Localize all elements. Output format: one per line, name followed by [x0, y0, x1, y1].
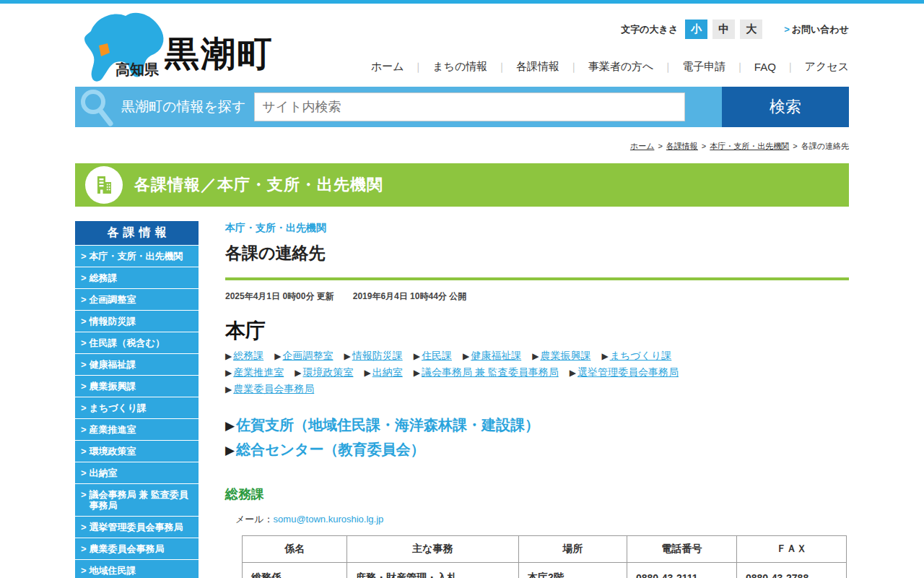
dept-link[interactable]: 情報防災課 — [352, 350, 403, 361]
chevron-right-icon: > — [784, 24, 790, 35]
breadcrumb-link[interactable]: ホーム — [630, 142, 655, 150]
table-cell: 総務係 — [243, 563, 347, 578]
sidebar-item[interactable]: >まちづくり課 — [75, 397, 199, 418]
table-header-cell: ＦＡＸ — [737, 536, 847, 563]
sidebar-item[interactable]: >住民課（税含む） — [75, 332, 199, 353]
search-input[interactable] — [254, 92, 685, 121]
dept-link-item: ▶産業推進室 — [225, 366, 284, 378]
sidebar-item[interactable]: >本庁・支所・出先機関 — [75, 245, 199, 267]
dept-link-item: ▶農業委員会事務局 — [225, 383, 314, 394]
breadcrumb-link[interactable]: 本庁・支所・出先機関 — [710, 142, 789, 150]
sidebar-item[interactable]: >地域住民課 — [75, 559, 199, 578]
table-cell: 本庁2階 — [519, 563, 627, 578]
font-size-button-中[interactable]: 中 — [712, 20, 735, 39]
nav-item-1[interactable]: ホーム — [362, 60, 414, 74]
title-divider — [225, 277, 849, 280]
table-header-cell: 電話番号 — [627, 536, 737, 563]
branch-link-line: ▶佐賀支所（地域住民課・海洋森林課・建設課） — [225, 413, 849, 438]
breadcrumb-current: 各課の連絡先 — [801, 142, 849, 150]
honcho-heading: 本庁 — [225, 317, 849, 345]
search-button[interactable]: 検索 — [722, 87, 849, 127]
sidebar-item[interactable]: >総務課 — [75, 267, 199, 288]
dept-link[interactable]: 住民課 — [422, 350, 452, 361]
table-header-cell: 係名 — [243, 536, 347, 563]
dept-link-line: ▶産業推進室▶環境政策室▶出納室▶議会事務局 兼 監査委員事務局▶選挙管理委員会… — [225, 364, 849, 381]
site-header: 高知県 黒潮町 文字の大きさ 小中大 >お問い合わせ ホーム｜まちの情報｜各課情… — [75, 4, 849, 87]
branch-links: ▶佐賀支所（地域住民課・海洋森林課・建設課）▶総合センター（教育委員会） — [225, 413, 849, 462]
dept-link[interactable]: 農業振興課 — [540, 350, 590, 361]
chevron-right-icon: > — [81, 381, 87, 392]
font-size-button-小[interactable]: 小 — [685, 20, 707, 39]
table-cell: 0880-43-2788 — [737, 563, 847, 578]
branch-link[interactable]: 総合センター（教育委員会） — [236, 441, 424, 457]
sidebar-item[interactable]: >選挙管理委員会事務局 — [75, 516, 199, 538]
sidebar-item-label: 議会事務局 兼 監査委員事務局 — [90, 489, 194, 511]
nav-item-5[interactable]: 電子申請 — [673, 60, 735, 74]
dept-link[interactable]: 総務課 — [233, 350, 263, 361]
triangle-bullet-icon: ▶ — [364, 368, 370, 378]
sidebar-item[interactable]: >議会事務局 兼 監査委員事務局 — [75, 483, 199, 516]
triangle-bullet-icon: ▶ — [225, 419, 235, 433]
table-cell: 0880-43-2111 — [627, 563, 737, 578]
search-icon — [77, 87, 118, 126]
dept-link-line: ▶総務課▶企画調整室▶情報防災課▶住民課▶健康福祉課▶農業振興課▶まちづくり課 — [225, 348, 849, 364]
dept-link[interactable]: 選挙管理委員会事務局 — [578, 366, 679, 378]
chevron-right-icon: > — [81, 402, 87, 413]
sidebar-item[interactable]: >産業推進室 — [75, 418, 199, 440]
logo-town-name: 黒潮町 — [165, 31, 273, 77]
dept-link[interactable]: 健康福祉課 — [471, 350, 521, 361]
triangle-bullet-icon: ▶ — [274, 351, 281, 361]
dept-link[interactable]: 産業推進室 — [233, 366, 284, 378]
sidebar-item[interactable]: >出納室 — [75, 462, 199, 483]
sidebar-item[interactable]: >農業振興課 — [75, 375, 199, 397]
sidebar-item[interactable]: >情報防災課 — [75, 310, 199, 332]
chevron-right-icon: > — [81, 316, 87, 327]
search-band: 黒潮町の情報を探す 検索 — [75, 87, 849, 127]
chevron-right-icon: > — [81, 337, 87, 348]
sidebar-item-label: 住民課（税含む） — [90, 337, 165, 348]
triangle-bullet-icon: ▶ — [414, 351, 420, 361]
logo-prefecture: 高知県 — [116, 60, 159, 79]
sidebar-item-label: 企画調整室 — [90, 294, 136, 305]
dept-link[interactable]: 環境政策室 — [302, 366, 353, 378]
sidebar-item[interactable]: >健康福祉課 — [75, 353, 199, 375]
breadcrumb-separator: > — [658, 142, 662, 150]
chevron-right-icon: > — [81, 446, 87, 457]
table-header-cell: 主な事務 — [347, 536, 519, 563]
dept-link[interactable]: 出納室 — [372, 366, 403, 378]
sidebar-item-label: 地域住民課 — [90, 565, 136, 576]
dept-link[interactable]: まちづくり課 — [610, 350, 672, 361]
branch-link-line: ▶総合センター（教育委員会） — [225, 438, 849, 462]
nav-item-3[interactable]: 各課情報 — [507, 60, 569, 74]
nav-item-2[interactable]: まちの情報 — [423, 60, 497, 74]
sidebar-item-label: 総務課 — [90, 272, 118, 283]
dept-link[interactable]: 企画調整室 — [282, 350, 333, 361]
contact-link[interactable]: >お問い合わせ — [784, 23, 849, 36]
dept-link[interactable]: 議会事務局 兼 監査委員事務局 — [422, 366, 559, 378]
nav-separator: ｜ — [497, 61, 507, 74]
mail-label: メール： — [235, 514, 274, 525]
nav-item-4[interactable]: 事業者の方へ — [579, 60, 663, 74]
breadcrumb-link[interactable]: 各課情報 — [666, 142, 698, 150]
sidebar-item-label: 情報防災課 — [90, 316, 136, 327]
sidebar-item[interactable]: >企画調整室 — [75, 288, 199, 310]
triangle-bullet-icon: ▶ — [601, 351, 608, 361]
triangle-bullet-icon: ▶ — [225, 384, 232, 394]
category-link[interactable]: 本庁・支所・出先機関 — [225, 222, 326, 233]
nav-item-7[interactable]: アクセス — [796, 60, 849, 74]
sidebar-item[interactable]: >環境政策室 — [75, 440, 199, 462]
site-logo[interactable]: 高知県 黒潮町 — [75, 7, 335, 86]
dept-link-item: ▶出納室 — [364, 366, 402, 378]
dept-link[interactable]: 農業委員会事務局 — [233, 383, 314, 394]
mail-line: メール：somu@town.kuroshio.lg.jp — [235, 513, 849, 526]
branch-link[interactable]: 佐賀支所（地域住民課・海洋森林課・建設課） — [236, 417, 539, 433]
page-title: 各課の連絡先 — [225, 242, 849, 264]
chevron-right-icon: > — [81, 359, 87, 370]
triangle-bullet-icon: ▶ — [532, 351, 539, 361]
sidebar-title: 各課情報 — [75, 221, 199, 245]
nav-item-6[interactable]: FAQ — [745, 61, 785, 73]
table-header-row: 係名主な事務場所電話番号ＦＡＸ — [243, 536, 847, 563]
mail-link[interactable]: somu@town.kuroshio.lg.jp — [274, 514, 384, 525]
font-size-button-大[interactable]: 大 — [740, 20, 762, 39]
sidebar-item[interactable]: >農業委員会事務局 — [75, 538, 199, 559]
